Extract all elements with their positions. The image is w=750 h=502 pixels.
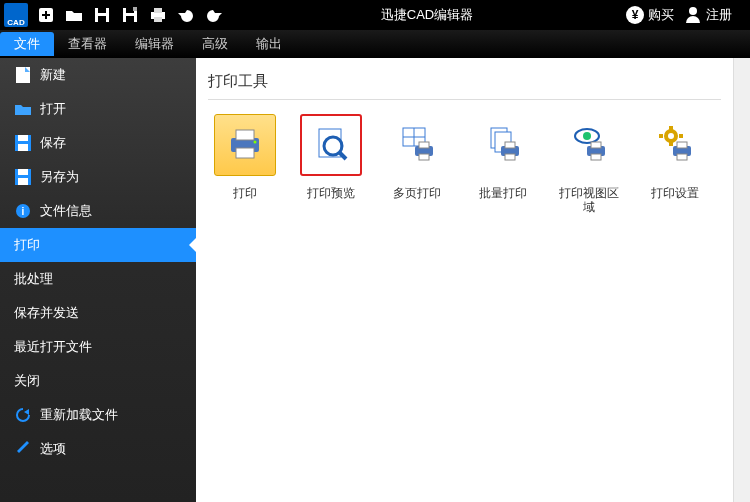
sidebar-item-open[interactable]: 打开 bbox=[0, 92, 196, 126]
sidebar-item-label: 保存 bbox=[40, 134, 66, 152]
sidebar-item-save[interactable]: 保存 bbox=[0, 126, 196, 160]
svg-rect-41 bbox=[505, 142, 515, 148]
print-icon[interactable] bbox=[146, 3, 170, 27]
sidebar-item-new[interactable]: 新建 bbox=[0, 58, 196, 92]
svg-rect-27 bbox=[236, 148, 254, 158]
save-as-icon bbox=[14, 168, 32, 186]
vertical-scrollbar[interactable] bbox=[733, 58, 750, 502]
tool-icon-wrapper bbox=[300, 114, 362, 176]
undo-icon[interactable] bbox=[174, 3, 198, 27]
svg-text:i: i bbox=[22, 206, 25, 217]
tool-print-view-area[interactable]: 打印视图区域 bbox=[552, 114, 626, 214]
svg-rect-55 bbox=[677, 142, 687, 148]
svg-rect-21 bbox=[18, 178, 28, 185]
tool-multi-page-print[interactable]: 多页打印 bbox=[380, 114, 454, 214]
svg-rect-52 bbox=[659, 134, 663, 138]
sidebar-item-reload[interactable]: 重新加载文件 bbox=[0, 398, 196, 432]
save-as-icon[interactable] bbox=[118, 3, 142, 27]
sidebar-item-close[interactable]: 关闭 bbox=[0, 364, 196, 398]
tool-print[interactable]: 打印 bbox=[208, 114, 282, 214]
svg-rect-46 bbox=[591, 142, 601, 148]
refresh-icon bbox=[14, 406, 32, 424]
sidebar-item-label: 打开 bbox=[40, 100, 66, 118]
tab-editor[interactable]: 编辑器 bbox=[121, 32, 188, 56]
sidebar-item-options[interactable]: 选项 bbox=[0, 432, 196, 466]
buy-button[interactable]: ¥ 购买 bbox=[626, 6, 674, 24]
svg-rect-14 bbox=[16, 67, 30, 83]
svg-rect-51 bbox=[669, 142, 673, 146]
svg-point-13 bbox=[689, 7, 697, 15]
sidebar-item-label: 关闭 bbox=[14, 372, 40, 390]
tool-print-preview[interactable]: 打印预览 bbox=[294, 114, 368, 214]
tab-advanced[interactable]: 高级 bbox=[188, 32, 242, 56]
magnifier-page-icon bbox=[311, 124, 351, 167]
folder-open-icon bbox=[14, 100, 32, 118]
redo-icon[interactable] bbox=[202, 3, 226, 27]
tool-icon-wrapper bbox=[472, 114, 534, 176]
svg-rect-5 bbox=[98, 16, 106, 22]
menubar: 文件 查看器 编辑器 高级 输出 bbox=[0, 30, 750, 58]
tool-batch-print[interactable]: 批量打印 bbox=[466, 114, 540, 214]
tool-label: 打印 bbox=[233, 186, 257, 200]
currency-icon: ¥ bbox=[626, 6, 644, 24]
sidebar: 新建 打开 保存 另存为 i 文件信息 打印 bbox=[0, 58, 196, 502]
sidebar-item-save-send[interactable]: 保存并发送 bbox=[0, 296, 196, 330]
tool-label: 批量打印 bbox=[479, 186, 527, 200]
titlebar: CAD 迅捷CAD编辑器 ¥ 购买 注册 bbox=[0, 0, 750, 30]
tab-viewer[interactable]: 查看器 bbox=[54, 32, 121, 56]
svg-point-44 bbox=[583, 132, 591, 140]
tool-label: 多页打印 bbox=[393, 186, 441, 200]
eye-printer-icon bbox=[569, 124, 609, 167]
tool-icon-wrapper bbox=[558, 114, 620, 176]
sidebar-item-print[interactable]: 打印 bbox=[0, 228, 196, 262]
open-folder-icon[interactable] bbox=[62, 3, 86, 27]
svg-rect-42 bbox=[505, 154, 515, 160]
sidebar-item-label: 保存并发送 bbox=[14, 304, 79, 322]
save-icon bbox=[14, 134, 32, 152]
svg-rect-47 bbox=[591, 154, 601, 160]
svg-rect-9 bbox=[133, 7, 137, 11]
sidebar-item-label: 重新加载文件 bbox=[40, 406, 118, 424]
svg-rect-20 bbox=[18, 169, 28, 175]
svg-rect-53 bbox=[679, 134, 683, 138]
svg-rect-4 bbox=[98, 8, 106, 13]
svg-rect-8 bbox=[126, 16, 134, 22]
tool-label: 打印设置 bbox=[651, 186, 699, 200]
svg-rect-18 bbox=[18, 144, 28, 151]
svg-rect-12 bbox=[154, 17, 162, 22]
svg-rect-36 bbox=[419, 142, 429, 148]
tab-output[interactable]: 输出 bbox=[242, 32, 296, 56]
app-logo: CAD bbox=[4, 3, 28, 27]
info-icon: i bbox=[14, 202, 32, 220]
panel-title: 打印工具 bbox=[208, 68, 721, 100]
svg-rect-7 bbox=[126, 8, 134, 13]
tool-row: 打印 打印预览 多页打印 bbox=[208, 114, 721, 214]
sidebar-item-label: 最近打开文件 bbox=[14, 338, 92, 356]
sidebar-item-label: 文件信息 bbox=[40, 202, 92, 220]
sidebar-item-batch[interactable]: 批处理 bbox=[0, 262, 196, 296]
gear-printer-icon bbox=[655, 124, 695, 167]
sidebar-item-file-info[interactable]: i 文件信息 bbox=[0, 194, 196, 228]
tab-file[interactable]: 文件 bbox=[0, 32, 54, 56]
sidebar-item-label: 另存为 bbox=[40, 168, 79, 186]
new-file-icon[interactable] bbox=[34, 3, 58, 27]
tool-print-settings[interactable]: 打印设置 bbox=[638, 114, 712, 214]
svg-line-31 bbox=[339, 152, 346, 159]
sidebar-item-recent[interactable]: 最近打开文件 bbox=[0, 330, 196, 364]
stack-printer-icon bbox=[483, 124, 523, 167]
printer-icon bbox=[225, 124, 265, 167]
save-icon[interactable] bbox=[90, 3, 114, 27]
pages-printer-icon bbox=[397, 124, 437, 167]
tool-label: 打印预览 bbox=[307, 186, 355, 200]
svg-rect-17 bbox=[18, 135, 28, 141]
svg-rect-26 bbox=[236, 130, 254, 140]
main-panel: 打印工具 打印 打印预览 bbox=[196, 58, 733, 502]
tool-icon-wrapper bbox=[644, 114, 706, 176]
svg-rect-2 bbox=[42, 14, 50, 16]
wrench-icon bbox=[14, 440, 32, 458]
sidebar-item-label: 新建 bbox=[40, 66, 66, 84]
register-button[interactable]: 注册 bbox=[684, 5, 732, 26]
sidebar-item-save-as[interactable]: 另存为 bbox=[0, 160, 196, 194]
svg-rect-11 bbox=[154, 8, 162, 13]
svg-point-49 bbox=[668, 133, 674, 139]
